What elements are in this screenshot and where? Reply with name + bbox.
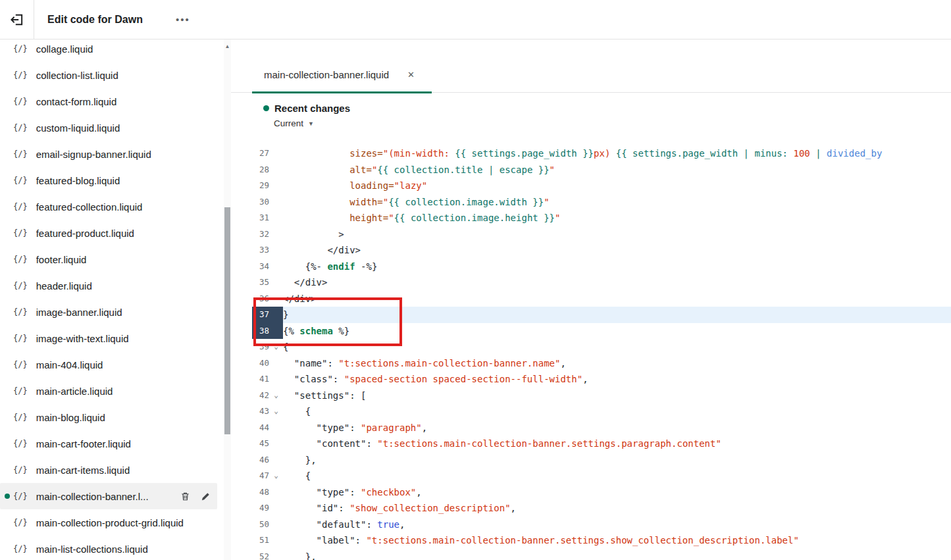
fold-chevron-icon[interactable]: ⌄ [269,339,283,355]
fold-spacer [269,291,283,307]
scroll-up-icon[interactable]: ▲ [224,43,230,49]
scrollbar-thumb[interactable] [224,207,230,434]
code-text: } [283,307,951,323]
editor-panel: main-collection-banner.liquid ✕ Recent c… [231,39,951,560]
sidebar-item[interactable]: {/}main-collection-banner.l... [0,483,217,509]
code-text: }, [283,549,951,560]
line-gutter: 42⌄ [252,388,283,404]
code-line[interactable]: 27 sizes="(min-width: {{ settings.page_w… [252,145,951,162]
code-line[interactable]: 48 "type": "checkbox", [252,484,951,501]
version-dropdown[interactable]: Current ▼ [274,118,951,128]
sidebar-item[interactable]: {/}email-signup-banner.liquid [0,141,217,167]
line-number: 34 [252,259,269,275]
code-line[interactable]: 44 "type": "paragraph", [252,420,951,436]
code-line[interactable]: 31 height="{{ collection.image.height }}… [252,210,951,226]
code-line[interactable]: 34 {%- endif -%} [252,259,951,275]
code-line[interactable]: 49 "id": "show_collection_description", [252,500,951,517]
sidebar-item[interactable]: {/}featured-blog.liquid [0,167,217,193]
sidebar-item[interactable]: {/}main-collection-product-grid.liquid [0,509,217,536]
fold-spacer [269,500,283,517]
delete-file-icon[interactable] [180,492,190,501]
code-line[interactable]: 50 "default": true, [252,517,951,533]
code-line[interactable]: 35 </div> [252,274,951,291]
sidebar-item[interactable]: {/}image-with-text.liquid [0,325,217,351]
code-line[interactable]: 52 }, [252,549,951,560]
fold-chevron-icon[interactable]: ⌄ [269,468,283,484]
file-name: custom-liquid.liquid [36,122,120,134]
code-text: height="{{ collection.image.height }}" [283,210,951,226]
sidebar-item[interactable]: {/}main-article.liquid [0,378,217,404]
line-number: 39 [252,339,269,355]
sidebar-item[interactable]: {/}main-list-collections.liquid [0,536,217,560]
sidebar-item[interactable]: {/}main-cart-footer.liquid [0,430,217,457]
sidebar-item[interactable]: {/}collage.liquid [0,39,217,62]
code-line[interactable]: 33 </div> [252,242,951,259]
sidebar-item[interactable]: {/}custom-liquid.liquid [0,115,217,141]
code-line[interactable]: 46 }, [252,452,951,469]
liquid-file-icon: {/} [13,492,28,501]
fold-spacer [269,307,283,323]
line-number: 46 [252,452,269,469]
sidebar-item[interactable]: {/}featured-product.liquid [0,220,217,246]
code-text: </div> [283,291,951,307]
code-line[interactable]: 38{% schema %} [252,323,951,340]
top-bar: Edit code for Dawn ••• [0,0,951,39]
code-line[interactable]: 29 loading="lazy" [252,178,951,194]
sidebar-item[interactable]: {/}main-blog.liquid [0,404,217,430]
line-number: 41 [252,371,269,388]
code-text: { [283,339,951,355]
sidebar-item[interactable]: {/}main-404.liquid [0,351,217,378]
tab-close-icon[interactable]: ✕ [407,70,415,80]
sidebar-item[interactable]: {/}featured-collection.liquid [0,193,217,220]
fold-spacer [269,355,283,372]
file-name: featured-product.liquid [36,228,134,239]
rename-file-icon[interactable] [201,492,211,501]
code-line[interactable]: 32 > [252,226,951,243]
fold-chevron-icon[interactable]: ⌄ [269,403,283,420]
line-number: 30 [252,194,269,211]
file-name: header.liquid [36,280,92,292]
sidebar-item[interactable]: {/}header.liquid [0,272,217,299]
code-line[interactable]: 36</div> [252,291,951,307]
code-text: "content": "t:sections.main-collection-b… [283,436,951,452]
fold-spacer [269,549,283,560]
code-line[interactable]: 28 alt="{{ collection.title | escape }}" [252,162,951,178]
code-line[interactable]: 43⌄ { [252,403,951,420]
code-text: "id": "show_collection_description", [283,500,951,517]
file-name: collage.liquid [36,43,93,55]
code-line[interactable]: 41 "class": "spaced-section spaced-secti… [252,371,951,388]
line-number: 47 [252,468,269,484]
code-line[interactable]: 40 "name": "t:sections.main-collection-b… [252,355,951,372]
sidebar-item[interactable]: {/}collection-list.liquid [0,62,217,88]
tab-main-collection-banner[interactable]: main-collection-banner.liquid ✕ [252,57,432,93]
code-line[interactable]: 45 "content": "t:sections.main-collectio… [252,436,951,452]
sidebar-scrollbar[interactable]: ▲ [224,39,231,560]
code-line[interactable]: 42⌄ "settings": [ [252,388,951,404]
line-number: 49 [252,500,269,517]
file-name: main-cart-items.liquid [36,465,130,476]
line-gutter: 39⌄ [252,339,283,355]
fold-chevron-icon[interactable]: ⌄ [269,388,283,404]
sidebar-item[interactable]: {/}main-cart-items.liquid [0,457,217,483]
code-editor[interactable]: 27 sizes="(min-width: {{ settings.page_w… [252,145,951,560]
line-gutter: 31 [252,210,283,226]
line-number: 29 [252,178,269,194]
line-gutter: 40 [252,355,283,372]
code-line[interactable]: 47⌄ { [252,468,951,484]
code-line[interactable]: 39⌄{ [252,339,951,355]
sidebar-item[interactable]: {/}image-banner.liquid [0,299,217,325]
file-name: image-with-text.liquid [36,333,129,344]
line-number: 44 [252,420,269,436]
liquid-file-icon: {/} [13,202,28,211]
line-number: 48 [252,484,269,501]
caret-down-icon: ▼ [308,120,314,127]
more-actions-button[interactable]: ••• [170,10,195,29]
code-line[interactable]: 51 "label": "t:sections.main-collection-… [252,532,951,549]
sidebar-item[interactable]: {/}contact-form.liquid [0,88,217,115]
line-gutter: 32 [252,226,283,243]
sidebar-item[interactable]: {/}footer.liquid [0,246,217,272]
exit-code-editor-button[interactable] [0,0,34,39]
code-line[interactable]: 30 width="{{ collection.image.width }}" [252,194,951,211]
code-line[interactable]: 37} [252,307,951,323]
sidebar-file-list: {/}collage.liquid{/}collection-list.liqu… [0,39,231,560]
